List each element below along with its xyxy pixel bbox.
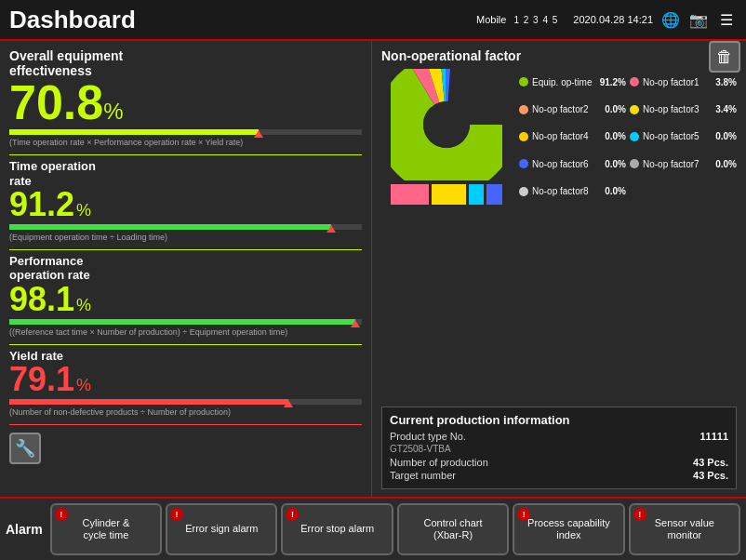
alarm-dot-sensor: !: [633, 508, 646, 521]
legend-dot-1: [630, 77, 639, 87]
legend-value-4: 0.0%: [596, 131, 626, 141]
legend-item-5: No-op factor5 0.0%: [630, 124, 737, 150]
production-section: Current production information Product t…: [381, 407, 737, 489]
legend-label-2: No-op factor2: [532, 104, 593, 114]
prod-row-0: Product type No. 11111: [390, 431, 728, 442]
prod-val-3: 43 Pcs.: [693, 470, 728, 481]
perf-op-bar-container: [9, 319, 362, 325]
perf-op-rate-block: Performance operation rate 98.1 % ((Refe…: [9, 254, 362, 339]
oee-formula: (Time operation rate × Performance opera…: [9, 138, 362, 147]
alarm-dot-cylinder: !: [55, 508, 68, 521]
non-op-section: Non-operational factor: [381, 48, 737, 401]
alarm-btn-label-control: Control chart (Xbar-R): [424, 517, 483, 541]
perf-op-bar-marker: [351, 320, 360, 327]
perf-op-bar: [9, 319, 355, 325]
header: Dashboard Mobile 1 2 3 4 5 2020.04.28 14…: [0, 0, 746, 41]
time-op-rate-value-row: 91.2 %: [9, 188, 362, 221]
alarm-btn-label-process-cap: Process capability index: [527, 517, 610, 541]
legend-dot-0: [519, 77, 528, 87]
oee-bar: [9, 129, 259, 135]
divider-1: [9, 154, 362, 155]
wrench-button[interactable]: 🔧: [9, 433, 41, 464]
legend-dot-8: [519, 187, 528, 196]
yield-rate-unit: %: [76, 376, 91, 395]
perf-op-rate-value-row: 98.1 %: [9, 283, 362, 316]
legend-dot-3: [630, 105, 639, 114]
legend-item-3: No-op factor3 3.4%: [630, 96, 737, 122]
divider-2: [9, 249, 362, 250]
alarm-btn-error-sign[interactable]: !Error sign alarm: [166, 503, 277, 555]
alarm-btn-control[interactable]: Control chart (Xbar-R): [397, 503, 509, 555]
legend-label-7: No-op factor7: [643, 159, 703, 169]
prod-product-id: GT2508-VTBA: [390, 444, 728, 454]
alarm-dot-error-stop: !: [286, 508, 299, 521]
oee-bar-container: [9, 129, 362, 135]
production-title: Current production information: [390, 413, 728, 427]
time-op-formula: (Equipment operation time ÷ Loading time…: [9, 233, 362, 244]
legend-value-5: 0.0%: [707, 131, 737, 141]
prod-row-2: Number of production 43 Pcs.: [390, 457, 728, 468]
left-panel: Overall equipment effectiveness 70.8 % (…: [0, 41, 372, 497]
time-op-bar-container: [9, 224, 362, 230]
non-op-content: Equip. op-time 91.2% No-op factor1 3.8% …: [381, 69, 737, 205]
right-panel: Non-operational factor: [372, 41, 746, 497]
legend-dot-6: [519, 159, 528, 168]
legend-value-3: 3.4%: [707, 104, 737, 114]
legend-dot-2: [519, 105, 528, 114]
yield-rate-value-row: 79.1 %: [9, 363, 362, 396]
alarm-btn-sensor[interactable]: !Sensor value monitor: [629, 503, 740, 555]
menu-icon[interactable]: ☰: [716, 9, 737, 30]
prod-label-0: Product type No.: [390, 431, 466, 442]
alarm-dot-error-sign: !: [170, 508, 183, 521]
camera-icon[interactable]: 📷: [688, 9, 709, 30]
app-title: Dashboard: [9, 6, 476, 34]
time-op-bar-marker: [326, 225, 336, 233]
legend-value-1: 3.8%: [707, 77, 737, 87]
prod-row-3: Target number 43 Pcs.: [390, 470, 728, 481]
legend-dot-7: [630, 159, 639, 168]
svg-point-5: [423, 101, 470, 148]
perf-op-rate-unit: %: [76, 296, 91, 315]
alarm-btn-cylinder[interactable]: !Cylinder & cycle time: [50, 503, 162, 555]
oee-value-row: 70.8 %: [9, 78, 362, 127]
globe-icon[interactable]: 🌐: [660, 9, 681, 30]
time-op-bar: [9, 224, 331, 230]
alarm-btn-label-error-sign: Error sign alarm: [185, 523, 258, 535]
alarm-btn-error-stop[interactable]: !Error stop alarm: [281, 503, 393, 555]
yield-bar-container: [9, 399, 362, 405]
legend-item-8: No-op factor8 0.0%: [519, 179, 626, 205]
bar-seg-cyan: [469, 184, 485, 205]
legend-value-6: 0.0%: [596, 159, 626, 169]
bar-seg-yellow: [432, 184, 466, 205]
time-op-rate-title: Time operation rate: [9, 159, 362, 188]
prod-val-2: 43 Pcs.: [693, 457, 728, 468]
legend-container: Equip. op-time 91.2% No-op factor1 3.8% …: [519, 69, 737, 205]
legend-item-0: Equip. op-time 91.2%: [519, 69, 626, 95]
yield-rate-block: Yield rate 79.1 % (Number of non-defecti…: [9, 349, 362, 419]
time-op-rate-block: Time operation rate 91.2 % (Equipment op…: [9, 159, 362, 244]
legend-label-5: No-op factor5: [643, 131, 703, 141]
alarm-btn-label-sensor: Sensor value monitor: [655, 517, 714, 541]
legend-item-1: No-op factor1 3.8%: [630, 69, 737, 95]
time-op-rate-value: 91.2: [9, 188, 74, 221]
yield-bar: [9, 399, 288, 405]
bar-seg-blue: [486, 184, 502, 205]
legend-label-1: No-op factor1: [643, 77, 703, 87]
pie-chart: [391, 69, 502, 180]
alarm-btn-process-cap[interactable]: !Process capability index: [513, 503, 624, 555]
legend-label-8: No-op factor8: [532, 186, 593, 196]
yield-bar-marker: [284, 400, 293, 407]
perf-op-rate-title: Performance operation rate: [9, 254, 362, 283]
bar-row: [391, 184, 502, 205]
prod-label-2: Number of production: [390, 457, 488, 468]
mobile-dots: 1 2 3 4 5: [513, 15, 558, 25]
alarm-btn-label-error-stop: Error stop alarm: [300, 523, 374, 535]
non-op-title: Non-operational factor: [381, 48, 737, 63]
yield-formula: (Number of non-defective products ÷ Numb…: [9, 407, 362, 419]
perf-op-formula: ((Reference tact time × Number of produc…: [9, 327, 362, 339]
oee-value: 70.8: [9, 78, 103, 127]
trash-button[interactable]: 🗑: [709, 41, 740, 73]
prod-label-3: Target number: [390, 470, 456, 481]
legend-dot-5: [630, 132, 639, 141]
divider-4: [9, 424, 362, 425]
